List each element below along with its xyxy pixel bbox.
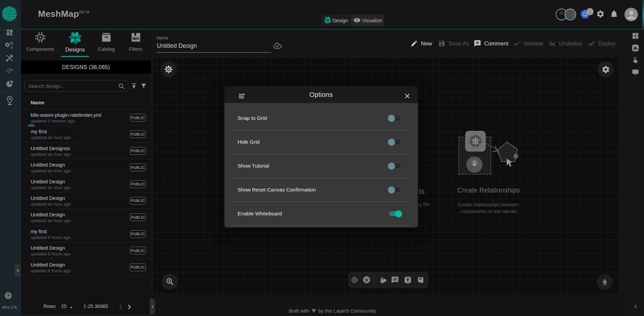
svg-text:WA: WA — [133, 36, 139, 41]
svg-text:?: ? — [7, 293, 10, 299]
svg-text:1: 1 — [589, 9, 592, 14]
